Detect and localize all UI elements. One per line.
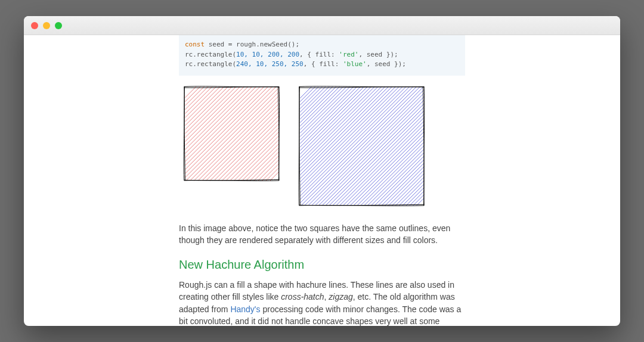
blue-square-fill bbox=[300, 86, 424, 206]
code-text: rc.rectangle( bbox=[185, 51, 236, 58]
content-viewport: const seed = rough.newSeed(); rc.rectang… bbox=[24, 35, 620, 326]
code-string: 'blue' bbox=[343, 60, 367, 68]
code-text: seed = rough.newSeed(); bbox=[205, 41, 299, 48]
minimize-icon[interactable] bbox=[43, 22, 50, 29]
em-zigzag: zigzag bbox=[329, 292, 352, 301]
blue-square-outline bbox=[299, 86, 425, 206]
app-window: const seed = rough.newSeed(); rc.rectang… bbox=[24, 16, 620, 326]
rough-squares-svg bbox=[179, 82, 429, 212]
maximize-icon[interactable] bbox=[55, 22, 62, 29]
article-content: const seed = rough.newSeed(); rc.rectang… bbox=[179, 35, 465, 326]
code-text: , seed }); bbox=[367, 60, 406, 68]
titlebar bbox=[24, 16, 620, 35]
code-string: 'red' bbox=[339, 51, 358, 58]
code-number: 240, 10, 250, 250 bbox=[236, 60, 304, 68]
code-text: rc.rectangle( bbox=[185, 60, 236, 68]
code-keyword: const bbox=[185, 41, 205, 48]
example-figure bbox=[179, 82, 465, 214]
code-text: , { fill: bbox=[299, 51, 339, 58]
close-icon[interactable] bbox=[31, 22, 38, 29]
em-crosshatch: cross-hatch bbox=[281, 292, 324, 301]
code-text: , seed }); bbox=[358, 51, 398, 58]
red-square-fill bbox=[185, 86, 279, 181]
paragraph-hachure: Rough.js can a fill a shape with hachure… bbox=[179, 279, 465, 326]
code-text: , { fill: bbox=[304, 60, 343, 68]
paragraph-caption: In this image above, notice the two squa… bbox=[179, 222, 465, 247]
code-block: const seed = rough.newSeed(); rc.rectang… bbox=[179, 35, 465, 76]
code-number: 10, 10, 200, 200 bbox=[236, 51, 299, 58]
heading-hachure: New Hachure Algorithm bbox=[179, 258, 465, 272]
link-handy[interactable]: Handy's bbox=[230, 304, 260, 314]
